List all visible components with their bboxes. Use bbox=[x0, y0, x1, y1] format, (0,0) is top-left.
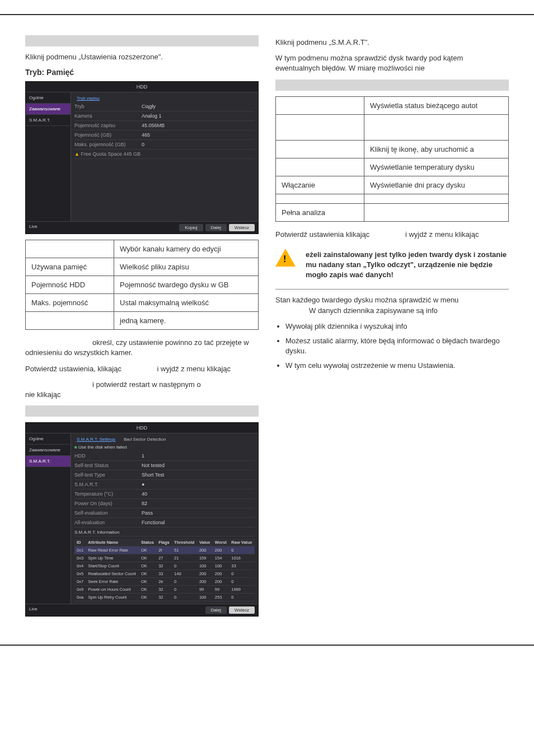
smart-row[interactable]: 0x5Reallocated Sector CountOK33140200200… bbox=[74, 570, 255, 578]
ss1-row4-l: Maks. pojemność (GB) bbox=[74, 142, 142, 147]
ss2-i1l: Self-test Status bbox=[74, 463, 142, 468]
smart-row[interactable]: 0x3Spin Up TimeOK27211591541016 bbox=[74, 554, 255, 562]
smart-cell: 140 bbox=[172, 570, 197, 578]
t1-r2-l: Pojemność HDD bbox=[26, 276, 114, 294]
smart-cell: 0 bbox=[172, 586, 197, 594]
smart-cell: 0x5 bbox=[74, 570, 86, 578]
ss1-row3-l: Pojemność (GB) bbox=[74, 132, 142, 138]
smart-cell: 32 bbox=[156, 586, 172, 594]
smart-cell: 1016 bbox=[229, 554, 255, 562]
ss2-side-ogolne[interactable]: Ogólne bbox=[26, 433, 71, 445]
smart-row[interactable]: 0x4Start/Stop CountOK32010010033 bbox=[74, 562, 255, 570]
mode-title: Tryb: Pamięć bbox=[25, 68, 259, 77]
ss2-i0v[interactable]: 1 bbox=[142, 453, 255, 459]
smart-cell: 154 bbox=[213, 554, 229, 562]
ss2-side-zaawansowane[interactable]: Zaawansowane bbox=[26, 445, 71, 456]
ss2-i3v[interactable]: ● bbox=[142, 482, 255, 487]
smart-cell: 253 bbox=[213, 594, 229, 601]
ss1-row4-v[interactable]: 0 bbox=[142, 142, 255, 147]
ss2-i6v: Pass bbox=[142, 510, 255, 516]
ss1-btn-dalej[interactable]: Dalej bbox=[205, 224, 227, 231]
right-intro1: Kliknij podmenu „S.M.A.R.T". bbox=[275, 38, 509, 48]
smart-header: Flags bbox=[156, 539, 172, 547]
smart-cell: 32 bbox=[156, 562, 172, 570]
smart-row[interactable]: 0xaSpin Up Retry CountOK3201002530 bbox=[74, 594, 255, 601]
rt-r1-v bbox=[364, 114, 509, 140]
smart-row[interactable]: 0x9Power-on Hours CountOK32099991989 bbox=[74, 586, 255, 594]
smart-cell: 1989 bbox=[229, 586, 255, 594]
smart-cell: 159 bbox=[197, 554, 213, 562]
smart-cell: 0 bbox=[229, 547, 255, 554]
left-p3b: nie klikając bbox=[25, 390, 61, 399]
ss1-side-zaawansowane[interactable]: Zaawansowane bbox=[26, 104, 71, 115]
rt-r5-v bbox=[364, 194, 509, 203]
smart-cell: OK bbox=[139, 554, 156, 562]
ss2-i5v: 82 bbox=[142, 501, 255, 506]
ss2-live[interactable]: Live bbox=[29, 606, 38, 614]
left-intro: Kliknij podmenu „Ustawienia rozszerzone"… bbox=[25, 52, 259, 62]
ss1-row3-v: 465 bbox=[142, 132, 255, 138]
smart-cell: OK bbox=[139, 562, 156, 570]
rt-r0-l bbox=[276, 96, 364, 114]
right-bul3: W tym celu wywołaj ostrzeżenie w menu Us… bbox=[285, 361, 509, 371]
smart-cell: 0 bbox=[229, 570, 255, 578]
t1-r2-v: Pojemność twardego dysku w GB bbox=[114, 276, 259, 294]
ss2-checkbox[interactable]: Use the disk when failed bbox=[74, 443, 255, 451]
ss1-row0-v[interactable]: Ciągły bbox=[142, 104, 255, 109]
smart-cell: 27 bbox=[156, 554, 172, 562]
ss1-row2-l: Pojemność zapisu bbox=[74, 123, 142, 128]
rt-r4-l: Włączanie bbox=[276, 176, 364, 194]
smart-cell: 200 bbox=[197, 570, 213, 578]
ss1-btn-wstecz[interactable]: Wstecz bbox=[229, 224, 255, 231]
smart-row[interactable]: 0x7Seek Error RateOK2e02002000 bbox=[74, 578, 255, 586]
ss2-tab-smart[interactable]: S.M.A.R.T. Settings bbox=[74, 436, 118, 443]
right-p1b: i wyjdź z menu klikając bbox=[372, 230, 479, 239]
smart-cell: Spin Up Retry Count bbox=[86, 594, 139, 601]
ss1-row1-l: Kamera bbox=[74, 113, 142, 119]
ss1-row1-v[interactable]: Analog 1 bbox=[142, 113, 255, 119]
ss2-i7l: All-evaluation bbox=[74, 520, 142, 525]
ss2-side-smart[interactable]: S.M.A.R.T. bbox=[26, 456, 71, 467]
ss2-i0l: HDD bbox=[74, 453, 142, 459]
smart-cell: 100 bbox=[197, 562, 213, 570]
rt-r1-l bbox=[276, 114, 364, 140]
smart-cell: 200 bbox=[213, 578, 229, 586]
ss1-live[interactable]: Live bbox=[29, 224, 38, 231]
ss2-i2v[interactable]: Short Test bbox=[142, 472, 255, 478]
t1-r0-v: Wybór kanału kamery do edycji bbox=[114, 240, 259, 258]
warning-text: eżeli zainstalowany jest tylko jeden twa… bbox=[302, 249, 509, 281]
smart-cell: 0 bbox=[172, 594, 197, 601]
ss2-btn-wstecz[interactable]: Wstecz bbox=[229, 606, 255, 614]
ss1-side-ogolne[interactable]: Ogólne bbox=[26, 92, 71, 104]
rt-r4-v: Wyświetlanie dni pracy dysku bbox=[364, 176, 509, 194]
ss2-btn-dalej[interactable]: Dalej bbox=[205, 606, 227, 614]
smart-row[interactable]: 0x1Raw Read Error RateOK2f512002000 bbox=[74, 547, 255, 554]
smart-cell: 0x3 bbox=[74, 554, 86, 562]
ss1-tab[interactable]: Tryb zapisu bbox=[74, 95, 102, 102]
smart-cell: 51 bbox=[172, 547, 197, 554]
ss2-tab-badsector[interactable]: Bad Sector Detection bbox=[119, 437, 166, 442]
t1-r1-v: Wielkość pliku zapisu bbox=[114, 258, 259, 276]
smart-cell: 33 bbox=[156, 570, 172, 578]
ss2-section: S.M.A.R.T. Information bbox=[74, 528, 255, 536]
right-p2: Stan każdego twardego dysku można sprawd… bbox=[275, 295, 509, 315]
ss2-i7v: Functional bbox=[142, 520, 255, 525]
smart-cell: Seek Error Rate bbox=[86, 578, 139, 586]
smart-cell: 0 bbox=[229, 594, 255, 601]
t1-r4-v: jedną kamerę. bbox=[114, 312, 259, 330]
warning-box: eżeli zainstalowany jest tylko jeden twa… bbox=[275, 249, 509, 281]
smart-cell: 99 bbox=[197, 586, 213, 594]
smart-cell: 0 bbox=[172, 562, 197, 570]
smart-cell: 33 bbox=[229, 562, 255, 570]
smart-cell: 0x4 bbox=[74, 562, 86, 570]
ss1-side-smart[interactable]: S.M.A.R.T. bbox=[26, 115, 71, 126]
ss1-btn-kopiuj[interactable]: Kopiuj bbox=[179, 224, 203, 231]
ss2-i5l: Power On (days) bbox=[74, 501, 142, 506]
rt-r6-l: Pełna analiza bbox=[276, 203, 364, 221]
left-p2a: Potwierdź ustawienia, klikając bbox=[25, 365, 121, 373]
storage-params-table: Wybór kanału kamery do edycji Używana pa… bbox=[25, 240, 259, 330]
smart-header: Worst bbox=[213, 539, 229, 547]
smart-header: Threshold bbox=[172, 539, 197, 547]
hdd-storage-screenshot: HDD Ogólne Zaawansowane S.M.A.R.T. Tryb … bbox=[25, 81, 259, 234]
smart-cell: OK bbox=[139, 547, 156, 554]
